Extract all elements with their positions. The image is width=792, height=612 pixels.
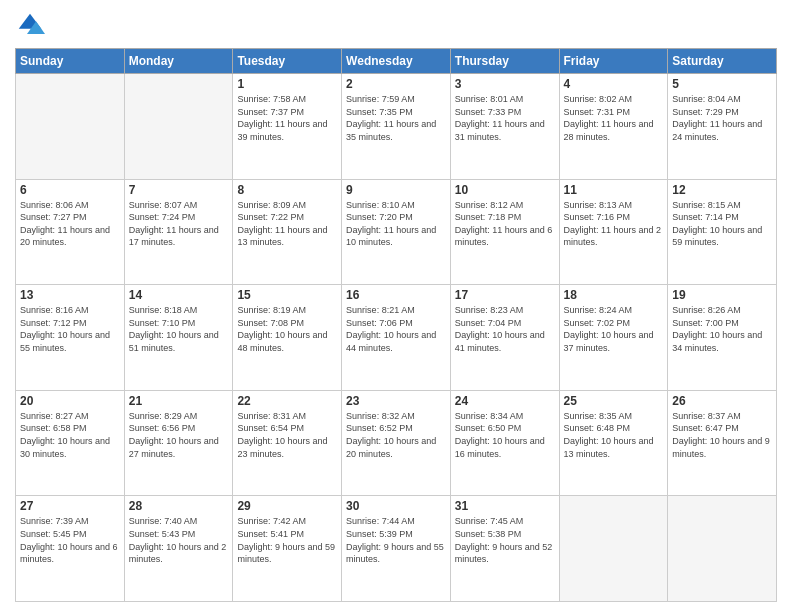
day-number: 28 [129,499,229,513]
calendar-day: 4 Sunrise: 8:02 AMSunset: 7:31 PMDayligh… [559,74,668,180]
calendar-day: 25 Sunrise: 8:35 AMSunset: 6:48 PMDaylig… [559,390,668,496]
day-detail: Sunrise: 8:01 AMSunset: 7:33 PMDaylight:… [455,93,555,143]
calendar-week-2: 13 Sunrise: 8:16 AMSunset: 7:12 PMDaylig… [16,285,777,391]
calendar-header-saturday: Saturday [668,49,777,74]
calendar-header-wednesday: Wednesday [342,49,451,74]
day-number: 4 [564,77,664,91]
calendar-day: 10 Sunrise: 8:12 AMSunset: 7:18 PMDaylig… [450,179,559,285]
calendar-day: 16 Sunrise: 8:21 AMSunset: 7:06 PMDaylig… [342,285,451,391]
calendar-day: 7 Sunrise: 8:07 AMSunset: 7:24 PMDayligh… [124,179,233,285]
day-detail: Sunrise: 7:40 AMSunset: 5:43 PMDaylight:… [129,515,229,565]
day-detail: Sunrise: 8:04 AMSunset: 7:29 PMDaylight:… [672,93,772,143]
day-number: 26 [672,394,772,408]
day-detail: Sunrise: 8:16 AMSunset: 7:12 PMDaylight:… [20,304,120,354]
day-number: 6 [20,183,120,197]
calendar-day [124,74,233,180]
day-number: 10 [455,183,555,197]
day-number: 27 [20,499,120,513]
day-detail: Sunrise: 8:15 AMSunset: 7:14 PMDaylight:… [672,199,772,249]
day-detail: Sunrise: 8:06 AMSunset: 7:27 PMDaylight:… [20,199,120,249]
day-detail: Sunrise: 8:02 AMSunset: 7:31 PMDaylight:… [564,93,664,143]
day-number: 11 [564,183,664,197]
day-number: 1 [237,77,337,91]
day-number: 18 [564,288,664,302]
header [15,10,777,40]
day-number: 24 [455,394,555,408]
day-number: 16 [346,288,446,302]
day-detail: Sunrise: 8:35 AMSunset: 6:48 PMDaylight:… [564,410,664,460]
day-detail: Sunrise: 8:21 AMSunset: 7:06 PMDaylight:… [346,304,446,354]
calendar-day [559,496,668,602]
calendar-day: 17 Sunrise: 8:23 AMSunset: 7:04 PMDaylig… [450,285,559,391]
calendar-header-row: SundayMondayTuesdayWednesdayThursdayFrid… [16,49,777,74]
calendar-day: 6 Sunrise: 8:06 AMSunset: 7:27 PMDayligh… [16,179,125,285]
day-detail: Sunrise: 8:24 AMSunset: 7:02 PMDaylight:… [564,304,664,354]
day-detail: Sunrise: 7:58 AMSunset: 7:37 PMDaylight:… [237,93,337,143]
day-number: 20 [20,394,120,408]
day-number: 30 [346,499,446,513]
calendar-day: 12 Sunrise: 8:15 AMSunset: 7:14 PMDaylig… [668,179,777,285]
calendar-week-4: 27 Sunrise: 7:39 AMSunset: 5:45 PMDaylig… [16,496,777,602]
day-detail: Sunrise: 8:18 AMSunset: 7:10 PMDaylight:… [129,304,229,354]
calendar-day: 14 Sunrise: 8:18 AMSunset: 7:10 PMDaylig… [124,285,233,391]
calendar-day: 13 Sunrise: 8:16 AMSunset: 7:12 PMDaylig… [16,285,125,391]
calendar-day: 22 Sunrise: 8:31 AMSunset: 6:54 PMDaylig… [233,390,342,496]
calendar-day [16,74,125,180]
calendar-day: 5 Sunrise: 8:04 AMSunset: 7:29 PMDayligh… [668,74,777,180]
day-number: 14 [129,288,229,302]
day-number: 21 [129,394,229,408]
page: SundayMondayTuesdayWednesdayThursdayFrid… [0,0,792,612]
day-number: 5 [672,77,772,91]
calendar-header-friday: Friday [559,49,668,74]
day-detail: Sunrise: 8:37 AMSunset: 6:47 PMDaylight:… [672,410,772,460]
day-detail: Sunrise: 8:07 AMSunset: 7:24 PMDaylight:… [129,199,229,249]
calendar: SundayMondayTuesdayWednesdayThursdayFrid… [15,48,777,602]
day-number: 17 [455,288,555,302]
calendar-day: 27 Sunrise: 7:39 AMSunset: 5:45 PMDaylig… [16,496,125,602]
day-detail: Sunrise: 8:27 AMSunset: 6:58 PMDaylight:… [20,410,120,460]
calendar-day: 20 Sunrise: 8:27 AMSunset: 6:58 PMDaylig… [16,390,125,496]
day-detail: Sunrise: 8:13 AMSunset: 7:16 PMDaylight:… [564,199,664,249]
day-number: 19 [672,288,772,302]
day-number: 23 [346,394,446,408]
day-detail: Sunrise: 7:42 AMSunset: 5:41 PMDaylight:… [237,515,337,565]
calendar-header-thursday: Thursday [450,49,559,74]
day-number: 2 [346,77,446,91]
day-number: 31 [455,499,555,513]
day-detail: Sunrise: 8:10 AMSunset: 7:20 PMDaylight:… [346,199,446,249]
calendar-day: 18 Sunrise: 8:24 AMSunset: 7:02 PMDaylig… [559,285,668,391]
calendar-day: 29 Sunrise: 7:42 AMSunset: 5:41 PMDaylig… [233,496,342,602]
calendar-day: 31 Sunrise: 7:45 AMSunset: 5:38 PMDaylig… [450,496,559,602]
day-detail: Sunrise: 8:19 AMSunset: 7:08 PMDaylight:… [237,304,337,354]
day-detail: Sunrise: 8:12 AMSunset: 7:18 PMDaylight:… [455,199,555,249]
calendar-day [668,496,777,602]
calendar-header-tuesday: Tuesday [233,49,342,74]
day-number: 7 [129,183,229,197]
day-detail: Sunrise: 8:32 AMSunset: 6:52 PMDaylight:… [346,410,446,460]
day-number: 13 [20,288,120,302]
logo-icon [15,10,45,40]
calendar-week-3: 20 Sunrise: 8:27 AMSunset: 6:58 PMDaylig… [16,390,777,496]
calendar-week-0: 1 Sunrise: 7:58 AMSunset: 7:37 PMDayligh… [16,74,777,180]
day-number: 12 [672,183,772,197]
calendar-day: 15 Sunrise: 8:19 AMSunset: 7:08 PMDaylig… [233,285,342,391]
day-number: 29 [237,499,337,513]
day-detail: Sunrise: 8:09 AMSunset: 7:22 PMDaylight:… [237,199,337,249]
calendar-day: 19 Sunrise: 8:26 AMSunset: 7:00 PMDaylig… [668,285,777,391]
day-number: 9 [346,183,446,197]
day-number: 3 [455,77,555,91]
day-detail: Sunrise: 8:23 AMSunset: 7:04 PMDaylight:… [455,304,555,354]
day-detail: Sunrise: 7:59 AMSunset: 7:35 PMDaylight:… [346,93,446,143]
calendar-day: 2 Sunrise: 7:59 AMSunset: 7:35 PMDayligh… [342,74,451,180]
day-detail: Sunrise: 8:29 AMSunset: 6:56 PMDaylight:… [129,410,229,460]
calendar-day: 3 Sunrise: 8:01 AMSunset: 7:33 PMDayligh… [450,74,559,180]
day-detail: Sunrise: 8:26 AMSunset: 7:00 PMDaylight:… [672,304,772,354]
day-detail: Sunrise: 8:31 AMSunset: 6:54 PMDaylight:… [237,410,337,460]
calendar-day: 21 Sunrise: 8:29 AMSunset: 6:56 PMDaylig… [124,390,233,496]
calendar-day: 8 Sunrise: 8:09 AMSunset: 7:22 PMDayligh… [233,179,342,285]
day-number: 8 [237,183,337,197]
day-number: 25 [564,394,664,408]
calendar-header-monday: Monday [124,49,233,74]
calendar-day: 26 Sunrise: 8:37 AMSunset: 6:47 PMDaylig… [668,390,777,496]
day-detail: Sunrise: 7:39 AMSunset: 5:45 PMDaylight:… [20,515,120,565]
